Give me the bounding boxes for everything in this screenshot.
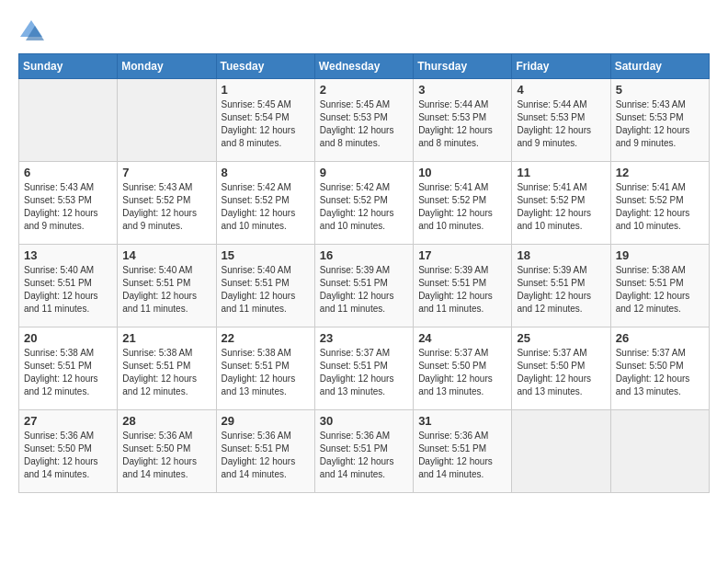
calendar-cell: 25Sunrise: 5:37 AMSunset: 5:50 PMDayligh… bbox=[512, 327, 610, 410]
day-info: Sunrise: 5:38 AMSunset: 5:51 PMDaylight:… bbox=[616, 264, 704, 316]
day-number: 1 bbox=[222, 83, 310, 97]
day-number: 4 bbox=[517, 83, 605, 97]
calendar-cell: 15Sunrise: 5:40 AMSunset: 5:51 PMDayligh… bbox=[216, 245, 314, 327]
day-number: 13 bbox=[24, 248, 112, 262]
day-number: 29 bbox=[222, 414, 310, 428]
column-header-saturday: Saturday bbox=[610, 54, 709, 79]
column-header-friday: Friday bbox=[512, 54, 610, 79]
calendar-cell: 23Sunrise: 5:37 AMSunset: 5:51 PMDayligh… bbox=[314, 327, 413, 410]
calendar-week-2: 6Sunrise: 5:43 AMSunset: 5:53 PMDaylight… bbox=[19, 162, 710, 245]
day-number: 26 bbox=[616, 331, 704, 345]
calendar-cell: 29Sunrise: 5:36 AMSunset: 5:51 PMDayligh… bbox=[216, 410, 314, 493]
column-header-tuesday: Tuesday bbox=[216, 54, 314, 79]
logo-icon bbox=[18, 18, 44, 44]
day-info: Sunrise: 5:43 AMSunset: 5:53 PMDaylight:… bbox=[616, 98, 704, 150]
calendar-cell: 26Sunrise: 5:37 AMSunset: 5:50 PMDayligh… bbox=[610, 327, 709, 410]
calendar-cell: 22Sunrise: 5:38 AMSunset: 5:51 PMDayligh… bbox=[216, 327, 314, 410]
calendar-cell bbox=[610, 410, 709, 493]
day-info: Sunrise: 5:43 AMSunset: 5:52 PMDaylight:… bbox=[122, 181, 210, 233]
calendar-cell: 31Sunrise: 5:36 AMSunset: 5:51 PMDayligh… bbox=[414, 410, 512, 493]
calendar-cell: 9Sunrise: 5:42 AMSunset: 5:52 PMDaylight… bbox=[314, 162, 413, 245]
day-info: Sunrise: 5:44 AMSunset: 5:53 PMDaylight:… bbox=[517, 98, 605, 150]
calendar-cell: 12Sunrise: 5:41 AMSunset: 5:52 PMDayligh… bbox=[610, 162, 709, 245]
calendar-cell bbox=[512, 410, 610, 493]
calendar-cell: 3Sunrise: 5:44 AMSunset: 5:53 PMDaylight… bbox=[414, 79, 512, 162]
calendar-week-1: 1Sunrise: 5:45 AMSunset: 5:54 PMDaylight… bbox=[19, 79, 710, 162]
day-number: 20 bbox=[24, 331, 112, 345]
day-number: 19 bbox=[616, 248, 704, 262]
day-info: Sunrise: 5:36 AMSunset: 5:50 PMDaylight:… bbox=[122, 430, 210, 481]
day-info: Sunrise: 5:41 AMSunset: 5:52 PMDaylight:… bbox=[616, 181, 704, 233]
column-header-thursday: Thursday bbox=[414, 54, 512, 79]
day-info: Sunrise: 5:37 AMSunset: 5:50 PMDaylight:… bbox=[616, 347, 704, 398]
day-number: 22 bbox=[222, 331, 310, 345]
header-row: SundayMondayTuesdayWednesdayThursdayFrid… bbox=[19, 54, 710, 79]
day-info: Sunrise: 5:39 AMSunset: 5:51 PMDaylight:… bbox=[418, 264, 506, 316]
day-info: Sunrise: 5:45 AMSunset: 5:53 PMDaylight:… bbox=[320, 98, 408, 150]
day-info: Sunrise: 5:38 AMSunset: 5:51 PMDaylight:… bbox=[122, 347, 210, 398]
day-number: 24 bbox=[418, 331, 506, 345]
calendar-cell bbox=[19, 79, 118, 162]
calendar-cell: 5Sunrise: 5:43 AMSunset: 5:53 PMDaylight… bbox=[610, 79, 709, 162]
day-number: 18 bbox=[517, 248, 605, 262]
calendar-week-4: 20Sunrise: 5:38 AMSunset: 5:51 PMDayligh… bbox=[19, 327, 710, 410]
calendar-week-5: 27Sunrise: 5:36 AMSunset: 5:50 PMDayligh… bbox=[19, 410, 710, 493]
day-info: Sunrise: 5:36 AMSunset: 5:50 PMDaylight:… bbox=[24, 430, 112, 481]
calendar-cell: 27Sunrise: 5:36 AMSunset: 5:50 PMDayligh… bbox=[19, 410, 118, 493]
day-number: 30 bbox=[320, 414, 408, 428]
column-header-wednesday: Wednesday bbox=[314, 54, 413, 79]
calendar-cell: 19Sunrise: 5:38 AMSunset: 5:51 PMDayligh… bbox=[610, 245, 709, 327]
calendar-cell: 14Sunrise: 5:40 AMSunset: 5:51 PMDayligh… bbox=[118, 245, 216, 327]
calendar-cell: 10Sunrise: 5:41 AMSunset: 5:52 PMDayligh… bbox=[414, 162, 512, 245]
calendar-cell: 4Sunrise: 5:44 AMSunset: 5:53 PMDaylight… bbox=[512, 79, 610, 162]
day-info: Sunrise: 5:43 AMSunset: 5:53 PMDaylight:… bbox=[24, 181, 112, 233]
calendar-cell: 20Sunrise: 5:38 AMSunset: 5:51 PMDayligh… bbox=[19, 327, 118, 410]
calendar-cell: 30Sunrise: 5:36 AMSunset: 5:51 PMDayligh… bbox=[314, 410, 413, 493]
calendar-cell: 24Sunrise: 5:37 AMSunset: 5:50 PMDayligh… bbox=[414, 327, 512, 410]
day-number: 3 bbox=[418, 83, 506, 97]
day-number: 12 bbox=[616, 166, 704, 179]
calendar-cell: 2Sunrise: 5:45 AMSunset: 5:53 PMDaylight… bbox=[314, 79, 413, 162]
day-number: 6 bbox=[24, 166, 112, 179]
day-info: Sunrise: 5:41 AMSunset: 5:52 PMDaylight:… bbox=[418, 181, 506, 233]
day-number: 17 bbox=[418, 248, 506, 262]
calendar-cell: 11Sunrise: 5:41 AMSunset: 5:52 PMDayligh… bbox=[512, 162, 610, 245]
calendar-cell: 28Sunrise: 5:36 AMSunset: 5:50 PMDayligh… bbox=[118, 410, 216, 493]
day-number: 8 bbox=[222, 166, 310, 179]
day-number: 9 bbox=[320, 166, 408, 179]
calendar-cell bbox=[118, 79, 216, 162]
day-info: Sunrise: 5:44 AMSunset: 5:53 PMDaylight:… bbox=[418, 98, 506, 150]
day-number: 15 bbox=[222, 248, 310, 262]
day-info: Sunrise: 5:38 AMSunset: 5:51 PMDaylight:… bbox=[222, 347, 310, 398]
calendar-cell: 21Sunrise: 5:38 AMSunset: 5:51 PMDayligh… bbox=[118, 327, 216, 410]
day-number: 31 bbox=[418, 414, 506, 428]
column-header-monday: Monday bbox=[118, 54, 216, 79]
day-info: Sunrise: 5:45 AMSunset: 5:54 PMDaylight:… bbox=[222, 98, 310, 150]
day-info: Sunrise: 5:40 AMSunset: 5:51 PMDaylight:… bbox=[24, 264, 112, 316]
day-number: 16 bbox=[320, 248, 408, 262]
day-info: Sunrise: 5:42 AMSunset: 5:52 PMDaylight:… bbox=[320, 181, 408, 233]
day-number: 10 bbox=[418, 166, 506, 179]
day-number: 27 bbox=[24, 414, 112, 428]
day-info: Sunrise: 5:37 AMSunset: 5:50 PMDaylight:… bbox=[517, 347, 605, 398]
calendar-cell: 16Sunrise: 5:39 AMSunset: 5:51 PMDayligh… bbox=[314, 245, 413, 327]
day-number: 23 bbox=[320, 331, 408, 345]
day-number: 25 bbox=[517, 331, 605, 345]
day-info: Sunrise: 5:38 AMSunset: 5:51 PMDaylight:… bbox=[24, 347, 112, 398]
calendar-cell: 1Sunrise: 5:45 AMSunset: 5:54 PMDaylight… bbox=[216, 79, 314, 162]
day-number: 11 bbox=[517, 166, 605, 179]
day-info: Sunrise: 5:39 AMSunset: 5:51 PMDaylight:… bbox=[320, 264, 408, 316]
day-info: Sunrise: 5:39 AMSunset: 5:51 PMDaylight:… bbox=[517, 264, 605, 316]
calendar-cell: 7Sunrise: 5:43 AMSunset: 5:52 PMDaylight… bbox=[118, 162, 216, 245]
day-info: Sunrise: 5:42 AMSunset: 5:52 PMDaylight:… bbox=[222, 181, 310, 233]
column-header-sunday: Sunday bbox=[19, 54, 118, 79]
day-info: Sunrise: 5:36 AMSunset: 5:51 PMDaylight:… bbox=[222, 430, 310, 481]
day-info: Sunrise: 5:36 AMSunset: 5:51 PMDaylight:… bbox=[320, 430, 408, 481]
logo bbox=[18, 18, 46, 44]
day-info: Sunrise: 5:37 AMSunset: 5:50 PMDaylight:… bbox=[418, 347, 506, 398]
day-info: Sunrise: 5:40 AMSunset: 5:51 PMDaylight:… bbox=[222, 264, 310, 316]
day-number: 7 bbox=[122, 166, 210, 179]
day-info: Sunrise: 5:41 AMSunset: 5:52 PMDaylight:… bbox=[517, 181, 605, 233]
calendar-cell: 6Sunrise: 5:43 AMSunset: 5:53 PMDaylight… bbox=[19, 162, 118, 245]
calendar-table: SundayMondayTuesdayWednesdayThursdayFrid… bbox=[18, 53, 710, 493]
